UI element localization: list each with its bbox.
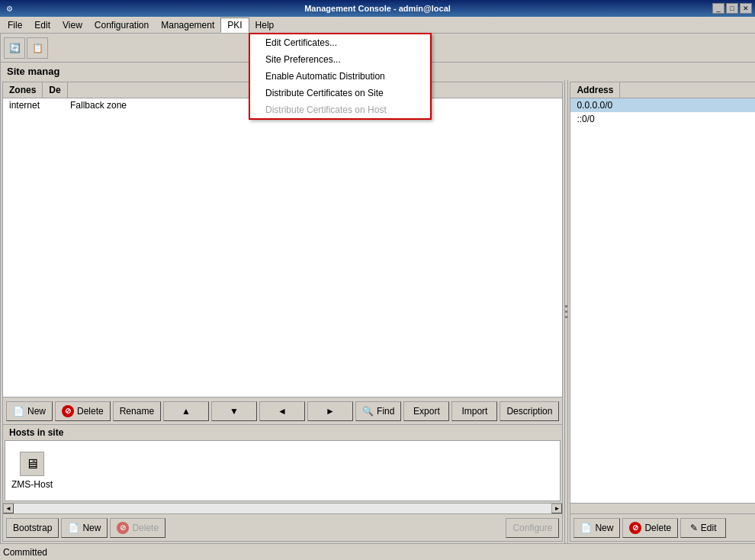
window-controls[interactable]: _ □ ✕	[712, 3, 752, 14]
zones-right-button[interactable]: ►	[307, 401, 353, 421]
menu-help[interactable]: Help	[249, 18, 281, 32]
zones-new-label: New	[27, 406, 46, 417]
toolbar-icon-1: 🔄	[9, 43, 21, 53]
menu-management[interactable]: Management	[155, 18, 220, 32]
pki-edit-certificates[interactable]: Edit Certificates...	[250, 34, 430, 51]
resizer-dot-3	[565, 316, 567, 318]
zones-new-button[interactable]: 📄 New	[6, 401, 53, 421]
scroll-right-btn[interactable]: ►	[551, 504, 562, 513]
zone-desc: Fallback zone	[70, 100, 127, 111]
toolbar-btn-1[interactable]: 🔄	[4, 37, 25, 59]
hosts-title: Hosts in site	[3, 425, 562, 440]
address-delete-button[interactable]: ⊘ Delete	[622, 518, 678, 538]
find-label: Find	[377, 406, 394, 417]
zones-content: internet Fallback zone	[3, 98, 562, 397]
zones-description-button[interactable]: Description	[500, 401, 559, 421]
window-title: Management Console - admin@local	[304, 4, 451, 13]
pki-distribute-on-site[interactable]: Distribute Certificates on Site	[250, 85, 430, 101]
address-value-1: 0.0.0.0/0	[577, 100, 612, 111]
zones-bottom-toolbar: 📄 New ⊘ Delete Rename ▲ ▼	[3, 397, 562, 424]
zones-rename-button[interactable]: Rename	[113, 401, 161, 421]
export-label: Export	[413, 406, 440, 417]
pki-distribute-on-host: Distribute Certificates on Host	[250, 101, 430, 118]
right-scrollbar-container	[570, 503, 755, 513]
zones-delete-button[interactable]: ⊘ Delete	[55, 401, 111, 421]
address-content: 0.0.0.0/0 ::0/0	[570, 98, 755, 503]
description-label: Description	[506, 406, 552, 417]
up-arrow-icon: ▲	[182, 406, 191, 417]
status-bar: Committed	[0, 543, 755, 560]
menu-configuration[interactable]: Configuration	[88, 18, 155, 32]
restore-button[interactable]: □	[726, 3, 738, 14]
zones-down-button[interactable]: ▼	[211, 401, 257, 421]
close-button[interactable]: ✕	[740, 3, 752, 14]
address-column-header: Address	[570, 82, 620, 98]
zones-up-button[interactable]: ▲	[163, 401, 209, 421]
host-item-zms[interactable]: 🖥 ZMS-Host	[11, 452, 53, 490]
right-pane: Address 0.0.0.0/0 ::0/0 📄	[570, 82, 755, 542]
address-delete-label: Delete	[644, 523, 671, 533]
configure-button[interactable]: Configure	[506, 518, 559, 538]
content-title-text: Site manag	[7, 66, 59, 77]
zones-column-header: Zones	[3, 82, 43, 98]
new-icon-zones: 📄	[13, 406, 24, 417]
address-new-button[interactable]: 📄 New	[573, 518, 620, 538]
address-value-2: ::0/0	[577, 114, 594, 124]
configure-label: Configure	[512, 523, 552, 533]
scroll-track	[14, 504, 551, 513]
new-icon-hosts: 📄	[68, 523, 79, 533]
left-arrow-icon: ◄	[278, 406, 287, 417]
bootstrap-button[interactable]: Bootstrap	[6, 518, 59, 538]
down-arrow-icon: ▼	[230, 406, 239, 417]
desc-column-header: De	[43, 82, 67, 98]
zone-name: internet	[9, 100, 70, 111]
import-label: Import	[461, 406, 487, 417]
hosts-delete-label: Delete	[132, 523, 159, 533]
hosts-new-label: New	[82, 523, 101, 533]
menu-edit[interactable]: Edit	[28, 18, 56, 32]
address-row-2[interactable]: ::0/0	[570, 112, 755, 126]
host-name: ZMS-Host	[11, 479, 53, 490]
address-new-label: New	[595, 523, 613, 533]
left-pane: Zones De internet Fallback zone 📄 New	[2, 82, 563, 542]
menu-file[interactable]: File	[2, 18, 28, 32]
address-bottom-toolbar: 📄 New ⊘ Delete ✎ Edit	[570, 513, 755, 541]
find-icon: 🔍	[362, 406, 374, 417]
right-arrow-icon: ►	[326, 406, 335, 417]
zones-import-button[interactable]: Import	[451, 401, 497, 421]
edit-icon-address: ✎	[690, 523, 698, 533]
zones-find-button[interactable]: 🔍 Find	[355, 401, 401, 421]
menu-view[interactable]: View	[56, 18, 88, 32]
vertical-resizer[interactable]	[564, 80, 568, 543]
host-computer-icon: 🖥	[20, 452, 44, 476]
rename-label: Rename	[120, 406, 154, 417]
resizer-dot-1	[565, 305, 567, 307]
hosts-delete-button[interactable]: ⊘ Delete	[110, 518, 165, 538]
scroll-left-btn[interactable]: ◄	[3, 504, 14, 513]
minimize-button[interactable]: _	[712, 3, 724, 14]
title-bar: ⚙ Management Console - admin@local _ □ ✕	[0, 0, 755, 17]
pki-dropdown-menu: Edit Certificates... Site Preferences...…	[249, 33, 432, 120]
delete-icon-zones: ⊘	[62, 405, 74, 417]
delete-icon-address: ⊘	[629, 522, 641, 534]
menu-pki[interactable]: PKI	[220, 18, 249, 33]
app-icon: ⚙	[3, 2, 15, 14]
resizer-dot-2	[565, 311, 567, 313]
zones-left-button[interactable]: ◄	[259, 401, 305, 421]
hosts-section: Hosts in site 🖥 ZMS-Host ◄ ►	[3, 424, 562, 513]
hosts-new-button[interactable]: 📄 New	[61, 518, 108, 538]
status-text: Committed	[3, 547, 47, 558]
zones-delete-label: Delete	[77, 406, 104, 417]
hosts-horizontal-scrollbar[interactable]: ◄ ►	[3, 503, 562, 513]
menu-bar: File Edit View Configuration Management …	[0, 17, 755, 34]
address-edit-label: Edit	[701, 523, 717, 533]
split-pane: Zones De internet Fallback zone 📄 New	[1, 80, 755, 543]
new-icon-address: 📄	[580, 523, 592, 533]
zones-export-button[interactable]: Export	[403, 401, 449, 421]
address-edit-button[interactable]: ✎ Edit	[680, 518, 726, 538]
toolbar-btn-2[interactable]: 📋	[27, 37, 48, 59]
pki-enable-auto-distribution[interactable]: Enable Automatic Distribution	[250, 68, 430, 85]
address-row-1[interactable]: 0.0.0.0/0	[570, 98, 755, 112]
pki-site-preferences[interactable]: Site Preferences...	[250, 51, 430, 68]
delete-icon-hosts: ⊘	[117, 522, 129, 534]
